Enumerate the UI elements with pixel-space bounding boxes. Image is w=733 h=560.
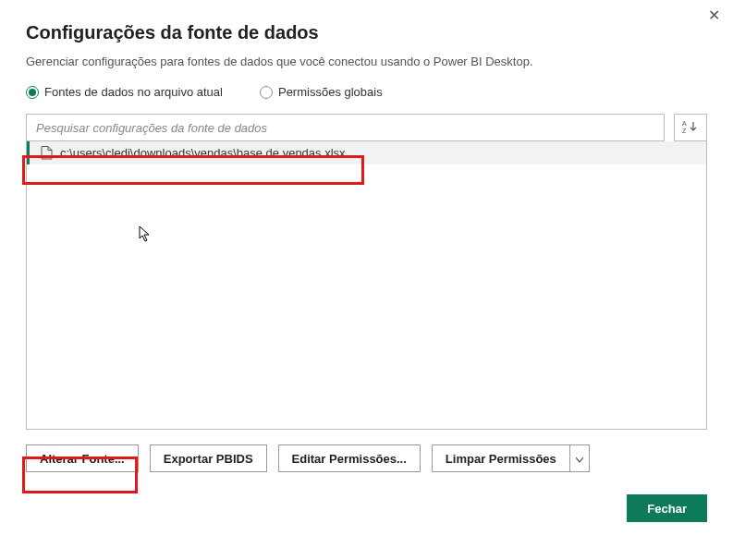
edit-permissions-button[interactable]: Editar Permissões... [278,444,421,472]
dialog-title: Configurações da fonte de dados [26,22,707,43]
radio-unselected-icon [260,86,273,99]
radio-current-file[interactable]: Fontes de dados no arquivo atual [26,85,223,99]
close-button[interactable]: Fechar [627,494,707,522]
dialog-subtitle: Gerenciar configurações para fontes de d… [26,55,707,68]
export-pbids-button[interactable]: Exportar PBIDS [150,444,267,472]
data-source-path: c:\users\cledi\downloads\vendas\base de … [60,146,346,160]
change-source-button[interactable]: Alterar Fonte... [26,444,139,472]
data-source-list: c:\users\cledi\downloads\vendas\base de … [26,141,707,430]
data-source-item[interactable]: c:\users\cledi\downloads\vendas\base de … [27,141,706,164]
radio-global-label: Permissões globais [278,85,383,99]
radio-selected-icon [26,86,39,99]
file-icon [41,146,53,160]
clear-permissions-dropdown[interactable] [569,444,590,472]
clear-permissions-button[interactable]: Limpar Permissões [432,444,569,472]
close-icon[interactable]: ✕ [705,7,722,24]
svg-text:Z: Z [682,128,687,134]
radio-global-permissions[interactable]: Permissões globais [260,85,383,99]
sort-button[interactable]: A Z [674,114,707,141]
chevron-down-icon [576,452,583,466]
search-input[interactable] [26,114,665,141]
radio-current-label: Fontes de dados no arquivo atual [44,85,223,99]
svg-text:A: A [682,120,687,127]
sort-az-icon: A Z [682,119,699,137]
